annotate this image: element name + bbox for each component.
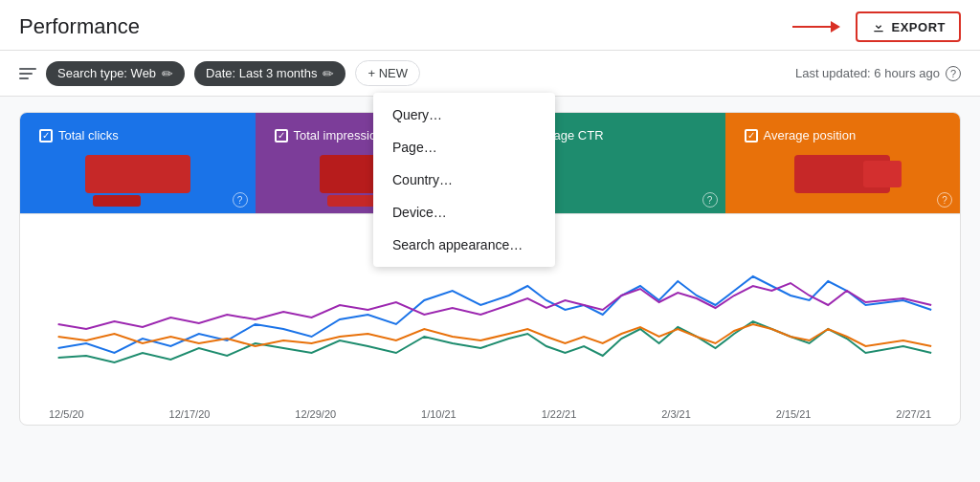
metric-clicks-help-icon[interactable]: ?	[233, 192, 248, 208]
metric-position-header: Average position	[745, 128, 942, 142]
arrow-line	[792, 26, 831, 28]
metric-clicks[interactable]: Total clicks ?	[20, 113, 256, 213]
export-button[interactable]: EXPORT	[856, 11, 961, 42]
export-arrow	[792, 21, 840, 33]
metric-ctr-help-icon[interactable]: ?	[702, 192, 718, 208]
new-label: + NEW	[368, 66, 408, 80]
metric-impressions-checkbox[interactable]	[275, 129, 288, 142]
export-label: EXPORT	[892, 20, 946, 34]
x-label-1: 12/17/20	[169, 408, 211, 420]
dropdown-search-appearance[interactable]: Search appearance…	[373, 229, 555, 261]
dropdown-country[interactable]: Country…	[373, 164, 555, 196]
toolbar: Search type: Web ✏ Date: Last 3 months ✏…	[0, 51, 980, 97]
new-dropdown-menu: Query… Page… Country… Device… Search app…	[373, 93, 555, 267]
dropdown-device[interactable]: Device…	[373, 196, 555, 229]
metric-position-value	[745, 150, 942, 198]
search-type-edit-icon: ✏	[162, 66, 173, 81]
search-type-chip[interactable]: Search type: Web ✏	[46, 61, 185, 86]
x-axis-labels: 12/5/20 12/17/20 12/29/20 1/10/21 1/22/2…	[39, 408, 941, 420]
page-title: Performance	[19, 14, 140, 39]
last-updated-help-icon[interactable]: ?	[946, 66, 961, 81]
arrow-head	[831, 21, 840, 33]
metric-clicks-label: Total clicks	[58, 128, 119, 142]
filter-icon[interactable]	[19, 68, 36, 79]
metric-clicks-header: Total clicks	[39, 128, 236, 142]
x-label-6: 2/15/21	[776, 408, 812, 420]
x-label-5: 2/3/21	[661, 408, 691, 420]
metric-clicks-value	[39, 150, 236, 198]
date-label: Date: Last 3 months	[206, 66, 317, 80]
metric-position-checkbox[interactable]	[745, 129, 758, 142]
last-updated-text: Last updated: 6 hours ago	[795, 66, 940, 80]
x-label-4: 1/22/21	[542, 408, 577, 420]
x-label-3: 1/10/21	[421, 408, 457, 420]
new-button[interactable]: + NEW	[355, 60, 420, 86]
date-chip[interactable]: Date: Last 3 months ✏	[194, 61, 345, 86]
metric-position-help-icon[interactable]: ?	[937, 192, 952, 208]
page-header: Performance EXPORT	[0, 0, 980, 51]
x-label-2: 12/29/20	[295, 408, 336, 420]
date-edit-icon: ✏	[323, 66, 334, 81]
metric-position-label: Average position	[764, 128, 857, 142]
metric-position[interactable]: Average position ?	[725, 113, 961, 213]
last-updated: Last updated: 6 hours ago ?	[795, 66, 961, 81]
search-type-label: Search type: Web	[57, 66, 156, 80]
metric-clicks-checkbox[interactable]	[39, 129, 53, 142]
dropdown-query[interactable]: Query…	[373, 99, 555, 131]
header-actions: EXPORT	[792, 11, 961, 42]
download-icon	[871, 19, 886, 34]
x-label-0: 12/5/20	[49, 408, 84, 420]
x-label-7: 2/27/21	[896, 408, 931, 420]
dropdown-page[interactable]: Page…	[373, 131, 555, 164]
